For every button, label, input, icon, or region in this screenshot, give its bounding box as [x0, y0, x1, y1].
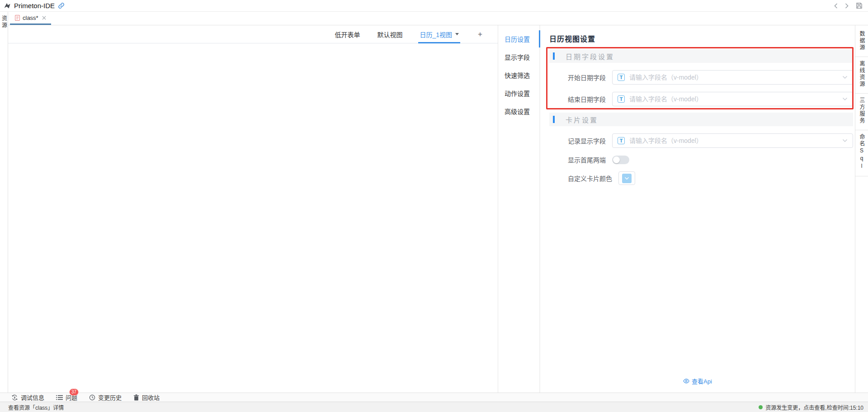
start-date-field-select[interactable]: T — [612, 70, 853, 85]
change-history-button[interactable]: 变更历史 — [89, 393, 122, 402]
toggle-knob — [613, 156, 620, 163]
settings-tab-label: 快速筛选 — [505, 71, 530, 80]
status-right[interactable]: 资源发生变更，点击查看,检查时间:15:10 — [759, 403, 863, 411]
custom-card-color-row: 自定义卡片颜色 — [549, 171, 853, 185]
record-display-field-select[interactable]: T — [612, 133, 853, 148]
settings-tab-action-settings[interactable]: 动作设置 — [498, 84, 539, 102]
center-column: class* 低开表单 默认视图 日历_1视图 — [8, 12, 868, 393]
settings-tab-label: 高级设置 — [505, 107, 530, 116]
rail-item-label: 命名Sql — [859, 134, 864, 170]
editor-tab-strip: class* — [8, 12, 868, 25]
settings-tab-label: 显示字段 — [505, 52, 530, 62]
settings-tab-label: 日历设置 — [505, 34, 530, 43]
card-section-header: 卡片设置 — [549, 113, 853, 126]
date-fields-section: 日期字段设置 开始日期字段 T — [549, 49, 853, 106]
status-green-dot — [759, 405, 763, 409]
start-date-field-input[interactable] — [629, 74, 838, 81]
chevron-down-icon[interactable] — [842, 97, 848, 101]
document-icon — [15, 15, 20, 21]
title-bar: Primeton-IDE — [0, 0, 868, 12]
save-icon[interactable] — [856, 2, 863, 9]
status-right-text: 资源发生变更，点击查看,检查时间:15:10 — [765, 403, 863, 411]
end-date-field-select[interactable]: T — [612, 92, 853, 106]
view-tab-default-view[interactable]: 默认视图 — [377, 25, 402, 43]
problems-count-badge: 37 — [69, 388, 79, 396]
view-tab-label: 日历_1视图 — [420, 30, 452, 39]
left-rail: 资源 — [0, 12, 8, 393]
list-icon — [56, 395, 63, 400]
main-area: 资源 class* 低开表单 — [0, 12, 868, 393]
start-date-field-row: 开始日期字段 T — [549, 70, 853, 85]
color-picker-button[interactable] — [618, 171, 635, 185]
show-ends-toggle[interactable] — [612, 156, 629, 164]
status-bar: 查看资源「class」详情 资源发生变更，点击查看,检查时间:15:10 — [0, 402, 868, 412]
rail-item-label: 三方服务 — [859, 97, 864, 124]
view-tab-lowcode-form[interactable]: 低开表单 — [335, 25, 360, 43]
section-title: 卡片设置 — [566, 115, 598, 124]
settings-tab-calendar-settings[interactable]: 日历设置 — [498, 30, 539, 48]
link-icon[interactable] — [58, 2, 65, 9]
card-section: 卡片设置 记录显示字段 T — [549, 113, 853, 185]
editor-tab-class[interactable]: class* — [10, 12, 51, 25]
debug-info-button[interactable]: 调试信息 — [11, 393, 44, 402]
view-tab-label: 低开表单 — [335, 30, 360, 39]
rail-item-data-source[interactable]: 数据源 — [855, 27, 868, 57]
close-icon[interactable] — [42, 16, 46, 20]
settings-tab-quick-filter[interactable]: 快速筛选 — [498, 66, 539, 84]
view-api-label: 查看Api — [692, 377, 712, 385]
field-label: 自定义卡片颜色 — [549, 174, 612, 183]
color-swatch — [622, 174, 632, 183]
text-field-icon: T — [618, 74, 625, 81]
settings-tab-label: 动作设置 — [505, 89, 530, 98]
field-label: 记录显示字段 — [549, 136, 606, 145]
status-left-text[interactable]: 查看资源「class」详情 — [8, 403, 64, 411]
problems-button[interactable]: 问题 37 — [56, 393, 77, 402]
end-date-field-input[interactable] — [629, 95, 838, 103]
recycle-bin-button[interactable]: 回收站 — [133, 393, 160, 402]
add-view-button[interactable]: + — [476, 30, 484, 39]
rail-item-named-sql[interactable]: 命名Sql — [855, 130, 868, 176]
rail-item-offline-resources[interactable]: 离线资源 — [855, 57, 868, 94]
app-title: Primeton-IDE — [14, 2, 55, 9]
panel-title: 日历视图设置 — [549, 33, 853, 44]
nav-back-icon[interactable] — [834, 3, 838, 9]
view-tab-bar: 低开表单 默认视图 日历_1视图 + — [8, 25, 498, 43]
section-accent-bar — [553, 52, 555, 60]
date-section-header: 日期字段设置 — [549, 49, 853, 63]
content-row: 低开表单 默认视图 日历_1视图 + 日历设置 显示字段 — [8, 25, 868, 393]
debug-info-label: 调试信息 — [21, 393, 44, 402]
settings-tab-advanced-settings[interactable]: 高级设置 — [498, 102, 539, 120]
section-title: 日期字段设置 — [566, 52, 614, 61]
rail-item-third-party-services[interactable]: 三方服务 — [855, 94, 868, 130]
record-display-field-row: 记录显示字段 T — [549, 133, 853, 148]
rail-item-label: 数据源 — [859, 31, 864, 51]
text-field-icon: T — [618, 137, 625, 144]
chevron-down-icon[interactable] — [842, 139, 848, 142]
field-label: 显示首尾两端 — [549, 155, 606, 164]
canvas-area[interactable] — [8, 43, 498, 393]
chevron-down-icon[interactable] — [455, 33, 459, 35]
chevron-down-icon[interactable] — [842, 76, 848, 79]
view-tab-calendar-1-view[interactable]: 日历_1视图 — [420, 25, 459, 43]
settings-main: 日历视图设置 日期字段设置 开始日期字段 T — [540, 25, 855, 393]
debug-icon — [11, 394, 18, 401]
record-display-field-input[interactable] — [629, 137, 838, 144]
right-rail: 数据源 离线资源 三方服务 命名Sql — [855, 25, 868, 393]
text-field-icon: T — [618, 95, 625, 103]
recycle-bin-label: 回收站 — [142, 393, 160, 402]
nav-forward-icon[interactable] — [845, 3, 849, 9]
bottom-toolbar: 调试信息 问题 37 变更历史 回收站 — [0, 393, 868, 402]
field-label: 开始日期字段 — [549, 73, 606, 82]
show-ends-row: 显示首尾两端 — [549, 155, 853, 164]
left-rail-resources-label[interactable]: 资源 — [1, 15, 7, 393]
view-tab-label: 默认视图 — [377, 30, 402, 39]
settings-nav: 日历设置 显示字段 快速筛选 动作设置 高级设置 — [498, 25, 540, 393]
design-canvas: 低开表单 默认视图 日历_1视图 + — [8, 25, 498, 393]
section-accent-bar — [553, 116, 555, 123]
view-api-link[interactable]: 查看Api — [683, 377, 712, 385]
end-date-field-row: 结束日期字段 T — [549, 92, 853, 106]
settings-panel: 日历设置 显示字段 快速筛选 动作设置 高级设置 日历视图设置 日期字段设置 — [498, 25, 855, 393]
rail-item-label: 离线资源 — [859, 61, 864, 88]
app-logo-icon — [4, 2, 11, 9]
settings-tab-display-fields[interactable]: 显示字段 — [498, 48, 539, 66]
